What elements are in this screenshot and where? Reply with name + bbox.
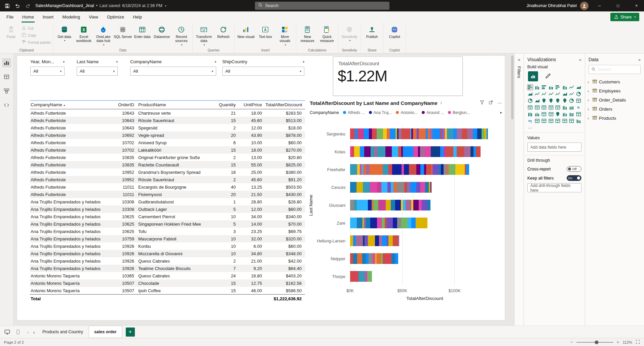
share-button[interactable]: Share ▾	[610, 13, 639, 21]
slicer-dropdown[interactable]: All▾	[130, 67, 216, 76]
build-visual-tab[interactable]	[528, 71, 538, 81]
stacked-bar[interactable]	[350, 146, 481, 157]
table-row[interactable]: Ana Trujillo Emparedados y helados10625S…	[30, 220, 305, 228]
clustered-bar-chart-icon[interactable]	[541, 84, 547, 90]
table-row[interactable]: Alfreds Futterkiste11011Escargots de Bou…	[30, 183, 305, 191]
card-icon[interactable]	[576, 98, 581, 104]
table-row[interactable]: Ana Trujillo Emparedados y helados10625C…	[30, 213, 305, 220]
expand-chevron-icon[interactable]: ›	[588, 107, 591, 112]
info-icon[interactable]: i	[441, 100, 442, 106]
data-field-customers[interactable]: ›Customers	[585, 77, 644, 86]
legend-item[interactable]: Berglun...	[448, 110, 470, 115]
ribbon-button-refresh[interactable]: Refresh	[214, 23, 233, 47]
arcgis-map-icon[interactable]	[555, 111, 561, 117]
ribbon-chart-icon[interactable]	[548, 91, 554, 97]
table-row[interactable]: Ana Trujillo Emparedados y helados10308G…	[30, 198, 305, 205]
table-row[interactable]: Ana Trujillo Emparedados y helados10926M…	[30, 250, 305, 257]
menu-item-insert[interactable]: Insert	[38, 11, 58, 23]
gauge-icon[interactable]	[569, 98, 574, 104]
slicer-dropdown[interactable]: All▾	[77, 67, 118, 76]
expand-chevron-icon[interactable]: ›	[588, 116, 591, 121]
qa-visual-icon[interactable]	[527, 111, 533, 117]
stacked-bar-chart-icon[interactable]	[527, 84, 533, 90]
add-drill-fields-well[interactable]: Add drill-through fields here	[527, 183, 581, 192]
slicer-menu-icon[interactable]: ▾	[215, 60, 216, 64]
table-icon[interactable]	[548, 105, 554, 110]
ribbon-button-onelake-data-hub[interactable]: OneLake data hub▾	[93, 23, 113, 47]
bar-chart-visual[interactable]: TotalAfterDiscount by Last Name and Comp…	[308, 99, 503, 313]
r-script-visual-icon[interactable]: R	[576, 105, 581, 110]
button-slicer-icon[interactable]	[534, 118, 540, 124]
get-more-visuals-icon[interactable]: ⋯	[524, 126, 585, 132]
report-page[interactable]: Year, Mon...▾All▾Last Name▾All▾CompanyNa…	[17, 55, 505, 320]
filter-icon[interactable]	[480, 100, 484, 106]
table-row[interactable]: Alfreds Futterkiste10643Chartreuse verte…	[30, 109, 305, 117]
redo-icon[interactable]	[25, 3, 31, 9]
smart-narrative-icon[interactable]	[534, 111, 540, 117]
page-tab-sales-order[interactable]: sales order	[89, 326, 122, 338]
menu-item-optimize[interactable]: Optimize	[103, 11, 128, 23]
new-page-button[interactable]: +	[126, 328, 135, 337]
desktop-layout-icon[interactable]	[3, 328, 11, 336]
slicer-menu-icon[interactable]: ▾	[116, 60, 118, 64]
save-icon[interactable]	[4, 3, 10, 9]
zoom-out-icon[interactable]: −	[570, 340, 573, 345]
ribbon-button-sql-server[interactable]: SQL Server	[113, 23, 132, 47]
line-chart-icon[interactable]	[569, 84, 574, 90]
cross-report-toggle[interactable]: Off	[567, 166, 581, 172]
python-visual-icon[interactable]: Py	[527, 118, 533, 124]
stacked-bar[interactable]	[350, 218, 427, 228]
slicer-companyname[interactable]: CompanyName▾All▾	[130, 59, 216, 76]
kpi-icon[interactable]	[534, 105, 540, 110]
ribbon-button-publish[interactable]: Publish	[362, 23, 382, 47]
stacked-bar[interactable]	[350, 235, 399, 246]
scatter-chart-icon[interactable]	[569, 91, 574, 97]
list-slicer-icon[interactable]	[548, 118, 554, 124]
maximize-button[interactable]: □	[610, 0, 626, 11]
expand-chevron-icon[interactable]: ›	[588, 98, 591, 103]
stacked-bar[interactable]	[350, 164, 469, 175]
filters-pane-collapsed[interactable]: « Filters	[514, 53, 524, 325]
zoom-in-icon[interactable]: +	[617, 340, 619, 345]
table-row[interactable]: Antonio Moreno Taquería10507Ipoh Coffee1…	[30, 287, 305, 294]
table-visual[interactable]: CompanyName▲OrderIDProductNameQuantityUn…	[30, 100, 305, 303]
stacked-bar[interactable]	[350, 200, 430, 210]
table-row[interactable]: Alfreds Futterkiste10643Spegesild212.00$…	[30, 124, 305, 131]
data-field-products[interactable]: ›Products	[585, 114, 644, 123]
table-row[interactable]: Ana Trujillo Emparedados y helados10625T…	[30, 228, 305, 235]
undo-icon[interactable]	[14, 3, 21, 9]
page-tab-products-and-country[interactable]: Products and Country	[37, 326, 89, 338]
slicer-year-mon-[interactable]: Year, Mon...▾All▾	[30, 59, 65, 76]
data-search[interactable]	[589, 65, 641, 74]
paginated-report-icon[interactable]	[548, 111, 554, 117]
relative-date-slicer-icon[interactable]	[555, 118, 561, 124]
table-row[interactable]: Antonio Moreno Taquería10365Queso Cabral…	[30, 272, 305, 279]
table-row[interactable]: Antonio Moreno Taquería10507Chocolade151…	[30, 279, 305, 287]
expand-filters-icon[interactable]: «	[518, 57, 521, 62]
data-field-order_details[interactable]: ›Order_Details	[585, 95, 644, 105]
waterfall-chart-icon[interactable]	[555, 91, 561, 97]
legend-item[interactable]: Around ...	[422, 110, 444, 115]
stacked-bar[interactable]	[350, 128, 488, 139]
text-slicer-icon[interactable]	[541, 118, 547, 124]
table-row[interactable]: Alfreds Futterkiste10702Aniseed Syrup610…	[30, 139, 305, 146]
slicer-last-name[interactable]: Last Name▾All▾	[77, 59, 118, 76]
stacked-bar[interactable]	[350, 271, 372, 282]
data-search-input[interactable]	[598, 67, 638, 72]
azure-map-icon[interactable]	[562, 98, 568, 104]
report-view-icon[interactable]	[2, 58, 11, 67]
ribbon-button-recent-sources[interactable]: Recent sources▾	[172, 23, 191, 47]
stacked-bar[interactable]	[350, 182, 431, 193]
table-row[interactable]: Alfreds Futterkiste10692Vegie-spread2043…	[30, 131, 305, 139]
document-title[interactable]: SalesManagerDashboard_Jinal • Last saved…	[35, 3, 166, 8]
decomposition-tree-icon[interactable]	[569, 105, 574, 110]
slicer-dropdown[interactable]: All▾	[30, 67, 65, 76]
global-search[interactable]	[255, 2, 389, 10]
table-row[interactable]: Alfreds Futterkiste11011Flotemysost2021.…	[30, 191, 305, 198]
100-stacked-column-chart-icon[interactable]	[562, 84, 568, 90]
menu-item-modeling[interactable]: Modeling	[58, 11, 84, 23]
zoom-slider-thumb[interactable]	[595, 340, 599, 344]
slicer-dropdown[interactable]: All▾	[222, 67, 304, 76]
donut-chart-icon[interactable]	[527, 98, 533, 104]
line-and-clustered-column-chart-icon[interactable]	[541, 91, 547, 97]
